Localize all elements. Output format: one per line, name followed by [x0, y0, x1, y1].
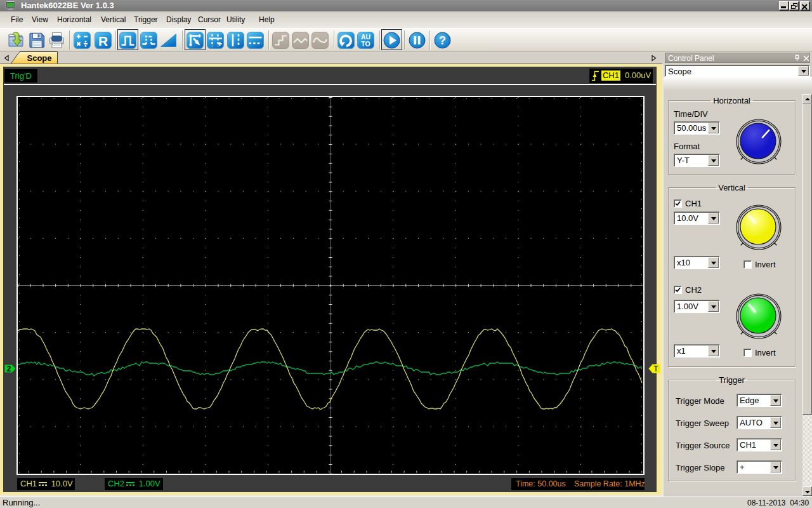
svg-text:R: R: [98, 34, 108, 48]
svg-text:?: ?: [439, 34, 446, 47]
svg-text:T: T: [653, 364, 658, 373]
svg-text:Scope: Scope: [27, 53, 51, 63]
svg-text:2: 2: [7, 364, 11, 373]
svg-text:TO: TO: [361, 40, 370, 48]
